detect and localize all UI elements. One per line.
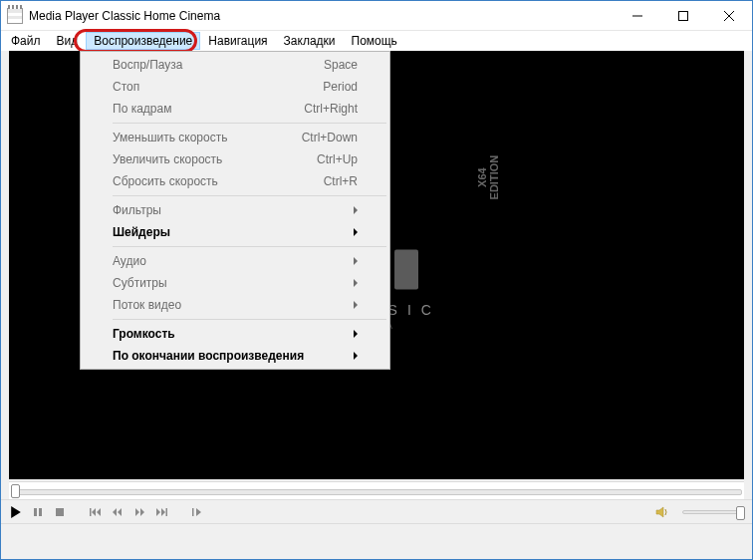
menu-item-label: Уменьшить скорость — [113, 131, 302, 144]
menu-help[interactable]: Помощь — [344, 32, 405, 50]
menubar: Файл Вид Воспроизведение Навигация Закла… — [1, 31, 752, 51]
menu-navigation[interactable]: Навигация — [200, 32, 275, 50]
menu-item[interactable]: Поток видео — [83, 294, 387, 316]
svg-rect-6 — [192, 508, 194, 516]
submenu-arrow-icon — [354, 228, 358, 236]
maximize-button[interactable] — [660, 1, 706, 30]
menu-item[interactable]: По окончании воспроизведения — [83, 345, 387, 367]
menu-separator — [113, 195, 386, 196]
menu-item-label: Аудио — [113, 254, 354, 268]
window-buttons — [615, 1, 752, 30]
menu-item[interactable]: Шейдеры — [83, 221, 387, 243]
svg-rect-5 — [166, 508, 168, 516]
volume-slider[interactable] — [682, 510, 744, 514]
menu-item[interactable]: Аудио — [83, 250, 387, 272]
menu-item[interactable]: Фильтры — [83, 199, 387, 221]
menu-item-shortcut: Ctrl+Down — [302, 131, 358, 144]
titlebar: Media Player Classic Home Cinema — [1, 1, 752, 31]
submenu-arrow-icon — [354, 301, 358, 309]
menu-item[interactable]: Сбросить скоростьCtrl+R — [83, 170, 387, 192]
pause-button[interactable] — [31, 505, 45, 519]
menu-separator — [113, 246, 386, 247]
menu-item[interactable]: Субтитры — [83, 272, 387, 294]
step-button[interactable] — [190, 505, 204, 519]
volume-thumb[interactable] — [736, 506, 745, 520]
menu-item-label: Сбросить скорость — [113, 174, 324, 188]
menu-item-label: Воспр/Пауза — [113, 58, 324, 72]
menu-item-label: Субтитры — [113, 276, 354, 290]
menu-item-label: Увеличить скорость — [113, 152, 317, 166]
menu-separator — [113, 123, 386, 124]
stop-button[interactable] — [53, 505, 67, 519]
menu-item-label: По окончании воспроизведения — [113, 349, 354, 363]
submenu-arrow-icon — [354, 279, 358, 287]
menu-item-label: Стоп — [113, 80, 323, 94]
skip-forward-button[interactable] — [154, 505, 168, 519]
menu-item-label: Фильтры — [113, 203, 354, 217]
menu-item-shortcut: Ctrl+Right — [304, 102, 358, 116]
app-icon — [7, 8, 23, 24]
menu-item-shortcut: Ctrl+Up — [317, 152, 358, 166]
menu-item-label: Громкость — [113, 327, 354, 341]
window-title: Media Player Classic Home Cinema — [29, 9, 615, 23]
submenu-arrow-icon — [354, 257, 358, 265]
edition-badge: X64 EDITION — [476, 155, 500, 200]
menu-item[interactable]: Воспр/ПаузаSpace — [83, 54, 387, 76]
fast-forward-button[interactable] — [132, 505, 146, 519]
menu-playback[interactable]: Воспроизведение — [86, 32, 200, 50]
svg-rect-1 — [34, 508, 37, 516]
menu-item-label: Поток видео — [113, 298, 354, 312]
menu-bookmarks[interactable]: Закладки — [276, 32, 344, 50]
menu-item[interactable]: Увеличить скоростьCtrl+Up — [83, 148, 387, 170]
menu-item-label: Шейдеры — [113, 225, 354, 239]
menu-item[interactable]: Уменьшить скоростьCtrl+Down — [83, 127, 387, 148]
submenu-arrow-icon — [354, 206, 358, 214]
svg-rect-0 — [679, 11, 688, 20]
seek-thumb[interactable] — [11, 484, 20, 498]
status-bar — [1, 523, 752, 541]
menu-item-shortcut: Period — [323, 80, 358, 94]
menu-item[interactable]: Громкость — [83, 323, 387, 345]
skip-back-button[interactable] — [89, 505, 103, 519]
svg-rect-2 — [39, 508, 42, 516]
submenu-arrow-icon — [354, 330, 358, 338]
volume-icon[interactable] — [654, 504, 670, 520]
menu-item-shortcut: Space — [324, 58, 358, 72]
menu-item[interactable]: СтопPeriod — [83, 76, 387, 98]
close-button[interactable] — [706, 1, 752, 30]
menu-view[interactable]: Вид — [49, 32, 87, 50]
controls-bar — [1, 499, 752, 523]
menu-item-label: По кадрам — [113, 102, 304, 116]
minimize-button[interactable] — [615, 1, 660, 30]
svg-rect-3 — [56, 508, 64, 516]
seek-bar[interactable] — [9, 481, 744, 499]
svg-rect-4 — [90, 508, 92, 516]
play-button[interactable] — [9, 505, 23, 519]
rewind-button[interactable] — [111, 505, 125, 519]
menu-item[interactable]: По кадрамCtrl+Right — [83, 98, 387, 120]
menu-file[interactable]: Файл — [3, 32, 49, 50]
menu-item-shortcut: Ctrl+R — [324, 174, 358, 188]
submenu-arrow-icon — [354, 352, 358, 360]
playback-dropdown: Воспр/ПаузаSpaceСтопPeriodПо кадрамCtrl+… — [80, 51, 390, 370]
menu-separator — [113, 319, 386, 320]
